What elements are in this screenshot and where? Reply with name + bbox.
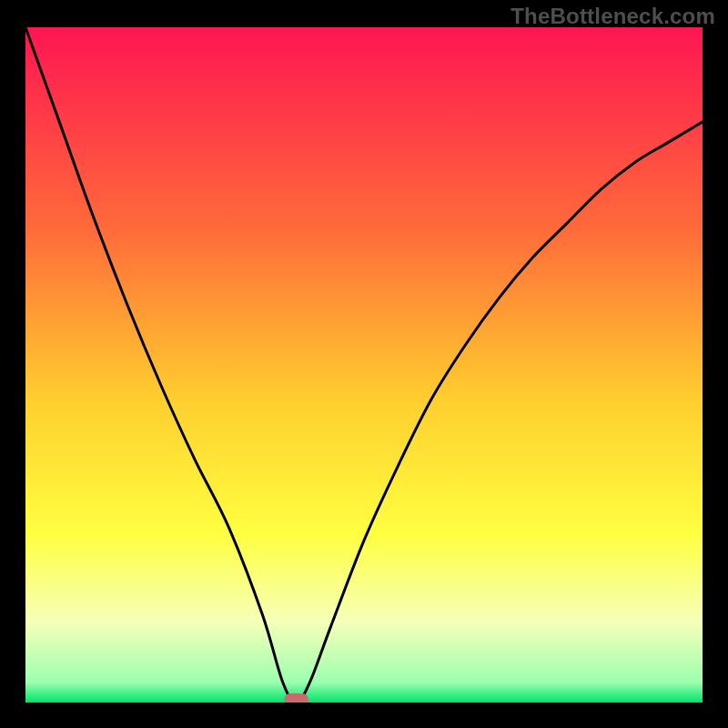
- chart-frame: TheBottleneck.com: [0, 0, 728, 728]
- watermark-text: TheBottleneck.com: [511, 4, 715, 29]
- chart-plot-area: [25, 27, 703, 703]
- gradient-background: [25, 27, 703, 703]
- chart-svg: [25, 27, 703, 703]
- optimal-marker: [285, 693, 308, 703]
